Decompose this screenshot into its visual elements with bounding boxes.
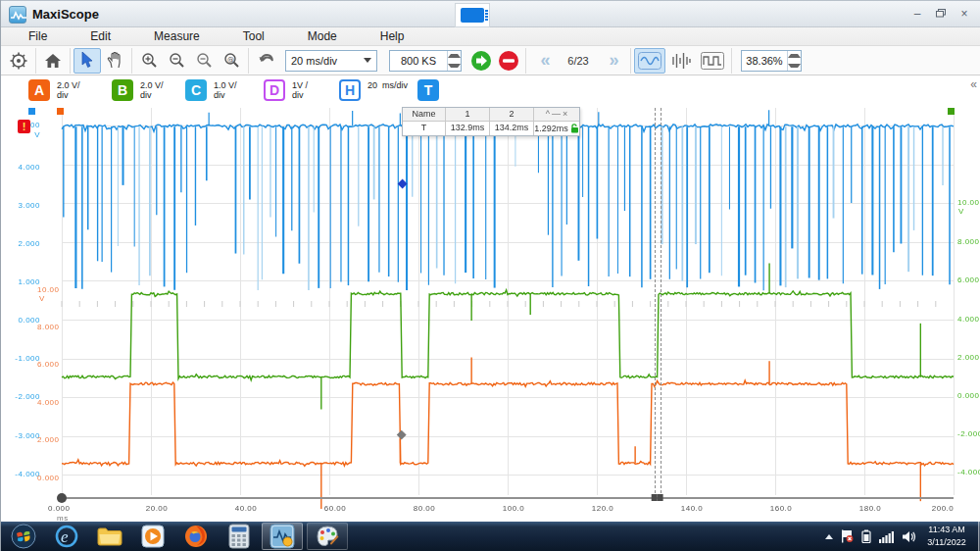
square-wave-icon: [701, 52, 724, 70]
x-axis-label: 120.0: [583, 504, 622, 513]
collapse-panel-button[interactable]: «: [970, 77, 977, 91]
channel-D-badge[interactable]: D: [264, 79, 285, 101]
clock-date: 3/11/2022: [916, 536, 977, 549]
menu-edit[interactable]: Edit: [76, 29, 124, 43]
channel-button-H[interactable]: H20 ms/div: [339, 79, 408, 101]
channel-B-badge[interactable]: B: [112, 79, 133, 101]
zoom-out-icon: [169, 52, 185, 69]
file-explorer-button[interactable]: [93, 523, 126, 550]
unlock-icon[interactable]: [570, 124, 579, 133]
popup-minimize-button[interactable]: —: [552, 108, 561, 121]
calculator-button[interactable]: [222, 523, 256, 550]
waveform-view-button[interactable]: [634, 48, 665, 74]
taskbar-clock[interactable]: 11:43 AM 3/11/2022: [916, 524, 977, 549]
channel-button-T[interactable]: T: [417, 79, 439, 101]
zoom-fit-button[interactable]: @: [218, 48, 245, 74]
minimize-button[interactable]: –: [910, 7, 924, 21]
channel-c-position-marker[interactable]: [28, 108, 35, 115]
next-page-button[interactable]: »: [598, 50, 627, 71]
start-icon: [470, 50, 492, 72]
zoom-in-button[interactable]: [135, 48, 163, 74]
channel-b-position-marker[interactable]: [948, 108, 955, 115]
popup-collapse-button[interactable]: ^: [546, 108, 550, 121]
y-axis-blue-label: 4.000: [1, 163, 40, 172]
previous-page-button[interactable]: «: [529, 50, 559, 71]
undo-button[interactable]: [252, 48, 279, 74]
battery-icon[interactable]: [861, 529, 871, 543]
spectrum-bars-icon: [670, 52, 692, 70]
maxiscope-taskbar-button[interactable]: [262, 523, 303, 550]
channel-a-position-marker[interactable]: [57, 108, 64, 115]
zoom-in-icon: [141, 52, 158, 69]
firefox-button[interactable]: [179, 523, 213, 550]
spin-up-icon: [788, 51, 801, 61]
media-player-button[interactable]: [136, 523, 170, 550]
channel-C-scale-label: 1.0 V/ div: [214, 80, 237, 101]
sine-wave-icon: [638, 52, 662, 70]
measurement-popup[interactable]: Name 1 2 ^ — × T 132.9ms 134.2ms 1.292ms: [402, 107, 580, 136]
hand-icon: [107, 52, 122, 69]
channel-A-badge[interactable]: A: [28, 79, 50, 101]
spectrum-view-button[interactable]: [665, 48, 697, 74]
svg-text:e: e: [61, 527, 69, 546]
network-signal-icon[interactable]: [879, 530, 894, 543]
channel-D-scale-label: 1V / div: [292, 80, 308, 101]
y-axis-orange-label: 4.000: [37, 398, 60, 407]
volume-icon[interactable]: [902, 530, 916, 543]
home-button[interactable]: [39, 48, 67, 74]
popup-col-2: 2: [490, 108, 534, 122]
menu-help[interactable]: Help: [367, 29, 418, 43]
x-axis-label: 20.00: [137, 504, 176, 513]
gear-icon: [10, 52, 27, 70]
zoom-previous-button[interactable]: [190, 48, 218, 74]
start-menu-button[interactable]: [7, 523, 40, 550]
x-axis-label: 160.0: [761, 504, 801, 513]
channel-button-C[interactable]: C1.0 V/ div: [185, 79, 237, 101]
timebase-select[interactable]: 20 ms/div: [285, 50, 377, 72]
home-icon: [44, 53, 62, 69]
sample-rate-spinner[interactable]: 800 KS: [389, 50, 462, 72]
restore-button[interactable]: [934, 7, 948, 21]
menu-mode[interactable]: Mode: [294, 29, 351, 43]
y-axis-green-label: -4.000: [957, 468, 980, 476]
x-axis-label: 80.00: [405, 504, 444, 513]
internet-explorer-icon: e: [54, 524, 79, 549]
measure-delta: 1.292ms: [534, 123, 568, 135]
channel-H-badge[interactable]: H: [339, 79, 361, 101]
device-status-icon[interactable]: [455, 3, 490, 27]
measure-name: T: [403, 122, 446, 135]
channel-bar: « A2.0 V/ divB2.0 V/ divC1.0 V/ divD1V /…: [1, 75, 980, 106]
waveform-canvas[interactable]: [1, 106, 980, 522]
channel-button-B[interactable]: B2.0 V/ div: [112, 79, 164, 101]
x-axis-label: 40.00: [226, 504, 266, 513]
channel-button-A[interactable]: A2.0 V/ div: [28, 79, 80, 101]
channel-B-scale-label: 2.0 V/ div: [140, 80, 164, 101]
zoom-percent-spinner[interactable]: 38.36%: [741, 50, 802, 72]
action-center-flag-icon[interactable]: [841, 529, 854, 543]
start-button[interactable]: [467, 48, 495, 74]
zoom-out-button[interactable]: [163, 48, 190, 74]
menu-measure[interactable]: Measure: [140, 29, 214, 43]
paint-taskbar-button[interactable]: [307, 523, 348, 550]
select-tool-button[interactable]: [74, 48, 101, 74]
spin-down-icon: [448, 61, 461, 71]
internet-explorer-button[interactable]: e: [50, 523, 83, 550]
stop-button[interactable]: [495, 48, 522, 74]
y-axis-orange-label: 2.000: [37, 435, 60, 444]
settings-button[interactable]: [5, 48, 32, 74]
channel-T-badge[interactable]: T: [417, 79, 439, 101]
popup-close-button[interactable]: ×: [563, 108, 567, 121]
channel-C-badge[interactable]: C: [185, 79, 207, 101]
menu-file[interactable]: File: [15, 29, 61, 43]
zoom-previous-icon: [196, 52, 213, 69]
digital-view-button[interactable]: [697, 48, 728, 74]
channel-button-D[interactable]: D1V / div: [264, 79, 308, 101]
pan-tool-button[interactable]: [101, 48, 128, 74]
tray-expand-icon[interactable]: [825, 534, 833, 539]
measure-value-2: 134.2ms: [490, 122, 534, 135]
y-axis-orange-unit: V: [39, 294, 45, 303]
menu-tool[interactable]: Tool: [229, 29, 278, 43]
channel-A-scale-label: 2.0 V/ div: [57, 80, 80, 101]
close-button[interactable]: ×: [957, 7, 971, 21]
spin-down-icon: [788, 61, 801, 71]
